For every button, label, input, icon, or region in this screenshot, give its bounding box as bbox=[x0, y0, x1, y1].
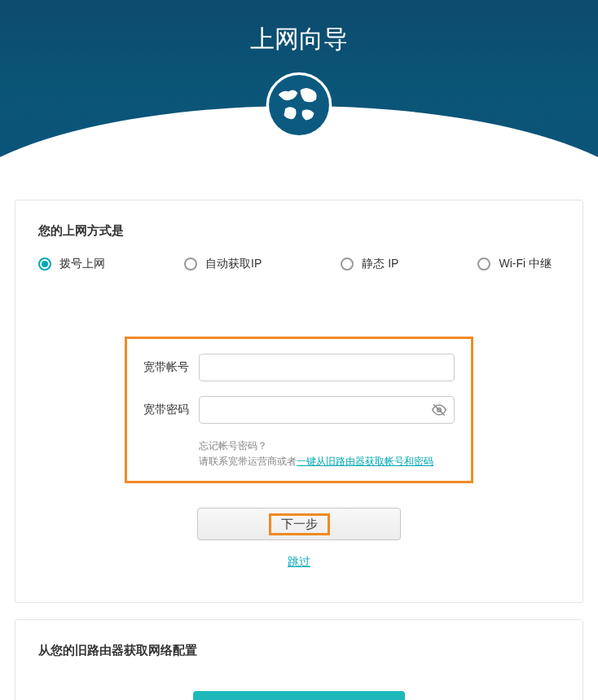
card-title: 您的上网方式是 bbox=[38, 223, 560, 239]
hint-line1: 忘记帐号密码？ bbox=[199, 438, 455, 454]
radio-label: 拨号上网 bbox=[59, 257, 105, 271]
radio-dialup[interactable]: 拨号上网 bbox=[38, 257, 105, 271]
connection-card: 您的上网方式是 拨号上网 自动获取IP 静态 IP Wi-Fi 中继 宽带帐号 … bbox=[15, 200, 583, 603]
connection-type-radios: 拨号上网 自动获取IP 静态 IP Wi-Fi 中继 bbox=[38, 257, 560, 271]
radio-circle-icon bbox=[38, 258, 51, 271]
header-banner: 上网向导 bbox=[0, 0, 598, 171]
radio-static-ip[interactable]: 静态 IP bbox=[341, 257, 398, 271]
account-label: 宽带帐号 bbox=[143, 360, 199, 375]
hint-text: 忘记帐号密码？ 请联系宽带运营商或者一键从旧路由器获取帐号和密码 bbox=[199, 438, 455, 469]
svg-point-1 bbox=[269, 75, 329, 135]
page-title: 上网向导 bbox=[0, 0, 598, 56]
radio-label: 静态 IP bbox=[362, 257, 398, 271]
password-row: 宽带密码 bbox=[143, 396, 455, 424]
next-button[interactable]: 下一步 bbox=[197, 508, 401, 540]
radio-circle-icon bbox=[184, 258, 197, 271]
radio-label: 自动获取IP bbox=[205, 257, 262, 271]
globe-icon bbox=[265, 71, 333, 139]
card2-title: 从您的旧路由器获取网络配置 bbox=[38, 643, 560, 658]
import-button[interactable]: 从旧路由器获取 bbox=[193, 691, 405, 700]
radio-circle-icon bbox=[341, 258, 354, 271]
skip-link[interactable]: 跳过 bbox=[38, 555, 560, 570]
password-input[interactable] bbox=[199, 396, 455, 424]
next-button-label: 下一步 bbox=[269, 513, 330, 535]
account-row: 宽带帐号 bbox=[143, 354, 455, 381]
credentials-form: 宽带帐号 宽带密码 忘记帐号密码？ 请联系宽带运营商或者一键从旧路由器获取帐号和… bbox=[125, 337, 473, 483]
hint-line2: 请联系宽带运营商或者一键从旧路由器获取帐号和密码 bbox=[199, 454, 455, 469]
radio-auto-ip[interactable]: 自动获取IP bbox=[184, 257, 262, 271]
radio-label: Wi-Fi 中继 bbox=[499, 257, 552, 271]
account-input[interactable] bbox=[199, 354, 455, 381]
import-credentials-link[interactable]: 一键从旧路由器获取帐号和密码 bbox=[297, 456, 433, 467]
radio-circle-icon bbox=[477, 258, 490, 271]
eye-icon[interactable] bbox=[432, 403, 446, 417]
password-label: 宽带密码 bbox=[143, 403, 199, 417]
radio-wifi-repeat[interactable]: Wi-Fi 中继 bbox=[477, 257, 552, 271]
import-card: 从您的旧路由器获取网络配置 从旧路由器获取 bbox=[15, 619, 583, 700]
